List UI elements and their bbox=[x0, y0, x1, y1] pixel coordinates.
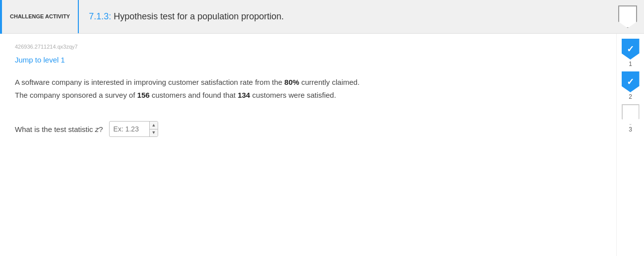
level-2-number: 2 bbox=[629, 93, 632, 100]
spinner-buttons: ▲ ▼ bbox=[149, 122, 158, 136]
level-1-badge[interactable]: ✓ 1 bbox=[622, 39, 640, 67]
problem-text-5: customers were satisfied. bbox=[250, 91, 336, 99]
level-3-number: 3 bbox=[629, 126, 632, 133]
spinner-down-button[interactable]: ▼ bbox=[150, 129, 158, 137]
problem-text-1: A software company is interested in impr… bbox=[15, 78, 285, 86]
jump-to-level-link[interactable]: Jump to level 1 bbox=[15, 56, 65, 64]
problem-bold-2: 156 bbox=[137, 91, 150, 99]
problem-text: A software company is interested in impr… bbox=[15, 76, 461, 101]
problem-bold-3: 134 bbox=[237, 91, 250, 99]
level-1-shield: ✓ bbox=[622, 39, 640, 60]
question-label: What is the test statistic z? bbox=[15, 125, 103, 133]
level-2-shield: ✓ bbox=[622, 71, 640, 92]
sidebar: ✓ 1 ✓ 2 3 bbox=[616, 34, 644, 256]
header-title: 7.1.3: Hypothesis test for a population … bbox=[79, 11, 618, 22]
z-statistic-input[interactable] bbox=[110, 123, 149, 135]
z-statistic-input-group[interactable]: ▲ ▼ bbox=[109, 121, 159, 137]
spinner-up-button[interactable]: ▲ bbox=[150, 122, 158, 129]
problem-text-3: The company sponsored a survey of bbox=[15, 91, 137, 99]
level-3-badge[interactable]: 3 bbox=[622, 104, 640, 133]
question-row: What is the test statistic z? ▲ ▼ bbox=[15, 121, 601, 137]
level-1-number: 1 bbox=[629, 61, 632, 67]
activity-id: 426936.2711214.qx3zqy7 bbox=[15, 44, 601, 50]
challenge-activity-label: CHALLENGE ACTIVITY bbox=[2, 0, 79, 33]
problem-text-2: currently claimed. bbox=[299, 78, 360, 86]
problem-bold-1: 80% bbox=[285, 78, 299, 86]
main-content: 426936.2711214.qx3zqy7 Jump to level 1 A… bbox=[0, 34, 644, 256]
header-shield-icon bbox=[618, 5, 637, 28]
header: CHALLENGE ACTIVITY 7.1.3: Hypothesis tes… bbox=[0, 0, 644, 34]
level-3-shield bbox=[622, 104, 640, 125]
title-rest: Hypothesis test for a population proport… bbox=[114, 11, 284, 21]
title-prefix: 7.1.3: bbox=[89, 11, 114, 21]
content-area: 426936.2711214.qx3zqy7 Jump to level 1 A… bbox=[0, 34, 616, 256]
level-2-badge[interactable]: ✓ 2 bbox=[622, 71, 640, 100]
problem-text-4: customers and found that bbox=[150, 91, 238, 99]
